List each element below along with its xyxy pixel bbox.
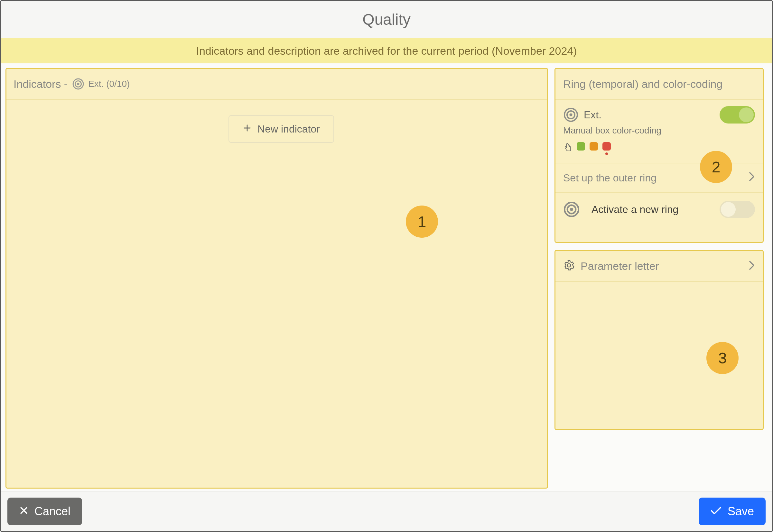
new-indicator-label: New indicator bbox=[257, 123, 320, 135]
window-title: Quality bbox=[362, 11, 410, 28]
cancel-button[interactable]: Cancel bbox=[7, 498, 82, 525]
parameter-letter-header-left: Parameter letter bbox=[563, 260, 659, 272]
chevron-right-icon bbox=[749, 261, 755, 271]
svg-point-8 bbox=[570, 208, 573, 211]
activate-ring-row: Activate a new ring bbox=[556, 193, 763, 226]
parameter-letter-header[interactable]: Parameter letter bbox=[556, 251, 763, 282]
callout-badge-2: 2 bbox=[700, 151, 732, 183]
ring-panel-header: Ring (temporal) and color-coding bbox=[556, 69, 763, 100]
ext-toggle[interactable] bbox=[720, 106, 755, 124]
parameter-letter-panel: Parameter letter bbox=[555, 250, 764, 430]
content-area: Indicators - Ext. (0/10) New indicator R… bbox=[1, 63, 772, 491]
archive-banner: Indicators and description are archived … bbox=[1, 38, 772, 63]
indicators-title: Indicators - bbox=[14, 78, 68, 90]
activate-ring-left: Activate a new ring bbox=[563, 201, 678, 218]
parameter-letter-label: Parameter letter bbox=[581, 260, 659, 272]
ext-row: Ext. bbox=[556, 100, 763, 124]
new-indicator-button[interactable]: New indicator bbox=[228, 115, 334, 143]
color-swatch-row bbox=[556, 139, 763, 163]
save-label: Save bbox=[728, 505, 754, 518]
swatch-orange bbox=[590, 142, 598, 151]
swatch-green-wrap[interactable] bbox=[577, 142, 585, 155]
setup-outer-ring-label: Set up the outer ring bbox=[563, 172, 657, 184]
ring-panel: Ring (temporal) and color-coding Ext. Ma… bbox=[555, 68, 764, 243]
cancel-label: Cancel bbox=[34, 505, 70, 518]
app-frame: Quality Indicators and description are a… bbox=[0, 0, 773, 532]
indicators-panel: Indicators - Ext. (0/10) New indicator bbox=[5, 68, 548, 489]
check-icon bbox=[710, 505, 722, 518]
ring-icon bbox=[563, 201, 580, 218]
gear-icon bbox=[563, 260, 575, 272]
activate-ring-toggle[interactable] bbox=[720, 201, 755, 218]
ext-row-label: Ext. bbox=[584, 109, 602, 121]
callout-label: 2 bbox=[712, 158, 721, 176]
manual-color-label: Manual box color-coding bbox=[556, 124, 763, 139]
close-icon bbox=[19, 505, 29, 518]
indicators-panel-header: Indicators - Ext. (0/10) bbox=[6, 69, 547, 100]
callout-label: 1 bbox=[418, 213, 427, 231]
indicators-ext-label: Ext. (0/10) bbox=[88, 79, 130, 89]
callout-badge-3: 3 bbox=[706, 342, 739, 374]
swatch-green bbox=[577, 142, 585, 151]
toggle-knob bbox=[721, 202, 736, 217]
plus-icon bbox=[243, 123, 252, 135]
chevron-right-icon bbox=[749, 172, 755, 184]
svg-point-5 bbox=[569, 113, 572, 116]
archive-banner-text: Indicators and description are archived … bbox=[196, 45, 577, 57]
ext-row-left: Ext. bbox=[563, 107, 602, 123]
indicators-ext-group: Ext. (0/10) bbox=[72, 78, 130, 90]
ring-icon bbox=[72, 78, 84, 90]
ring-icon bbox=[563, 107, 579, 123]
callout-badge-1: 1 bbox=[406, 206, 438, 238]
swatch-dot-selected bbox=[605, 152, 608, 155]
swatch-red bbox=[603, 142, 611, 151]
activate-ring-label: Activate a new ring bbox=[592, 204, 678, 216]
footer-bar: Cancel Save bbox=[1, 491, 772, 531]
window-titlebar: Quality bbox=[1, 1, 772, 38]
hand-pointer-icon bbox=[563, 143, 572, 154]
toggle-knob bbox=[739, 107, 754, 122]
svg-point-2 bbox=[77, 83, 79, 85]
swatch-orange-wrap[interactable] bbox=[590, 142, 598, 155]
callout-label: 3 bbox=[718, 349, 727, 367]
ring-panel-title: Ring (temporal) and color-coding bbox=[563, 78, 722, 90]
swatch-red-wrap[interactable] bbox=[603, 142, 611, 155]
save-button[interactable]: Save bbox=[699, 498, 766, 525]
